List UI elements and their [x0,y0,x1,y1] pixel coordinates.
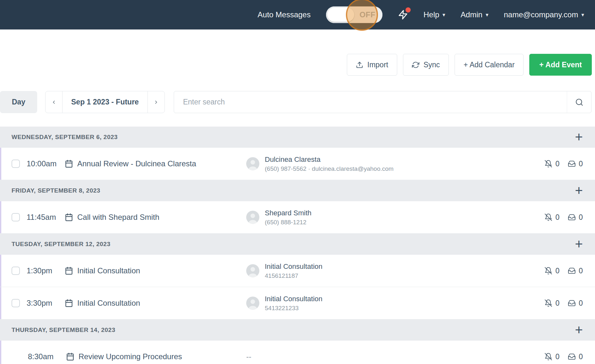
day-header: WEDNESDAY, SEPTEMBER 6, 2023 + [0,127,595,148]
auto-messages-label: Auto Messages [258,10,311,19]
prev-date-button[interactable] [46,91,62,113]
inbox-icon [568,353,576,361]
contact-name: Dulcinea Claresta [265,155,394,164]
notification-stat: 0 [544,267,559,275]
next-date-button[interactable] [148,91,164,113]
sync-label: Sync [423,61,440,69]
calendar-icon [66,352,74,361]
event-time: 10:00am [27,159,65,168]
event-title[interactable]: Annual Review - Dulcinea Claresta [77,159,196,168]
toggle-knob [327,8,354,22]
sync-icon [412,61,419,69]
notification-count: 0 [555,160,559,168]
add-event-plus-icon[interactable]: + [575,185,583,196]
add-event-plus-icon[interactable]: + [575,325,583,335]
filter-row: Day Sep 1 2023 - Future [0,91,595,113]
event-contact: -- [246,352,251,361]
calendar-toolbar: Import Sync + Add Calendar + Add Event [0,29,595,76]
event-row[interactable]: 11:45am Call with Shepard Smith Shepard … [0,201,595,234]
admin-menu[interactable]: Admin ▾ [461,10,489,19]
notification-stat: 0 [544,299,559,308]
topbar: Auto Messages OFF Help ▾ Admin ▾ name@co… [0,0,595,29]
chevron-down-icon: ▾ [442,12,445,18]
event-title[interactable]: Initial Consultation [77,266,140,275]
day-header-title: THURSDAY, SEPTEMBER 14, 2023 [12,327,115,334]
sync-button[interactable]: Sync [403,54,449,76]
day-section: WEDNESDAY, SEPTEMBER 6, 2023 + 10:00am A… [0,127,595,180]
notification-count: 0 [555,352,559,361]
message-stat: 0 [568,267,583,275]
bell-off-icon [544,213,552,221]
notification-stat: 0 [544,213,559,222]
add-event-plus-icon[interactable]: + [575,239,583,250]
day-section: THURSDAY, SEPTEMBER 14, 2023 + 8:30am Re… [0,319,595,364]
day-header-title: FRIDAY, SEPTEMBER 8, 2023 [12,187,100,194]
inbox-icon [568,299,576,307]
add-event-label: + Add Event [539,61,582,69]
notification-dot [406,7,411,12]
calendar-icon [65,267,73,275]
bell-off-icon [544,267,552,275]
message-count: 0 [579,267,583,275]
notification-stat: 0 [544,160,559,168]
avatar [246,211,259,224]
import-label: Import [367,61,388,69]
add-calendar-button[interactable]: + Add Calendar [455,54,524,76]
search-input[interactable] [174,91,567,113]
add-event-plus-icon[interactable]: + [575,132,583,143]
inbox-icon [568,267,576,275]
event-list: WEDNESDAY, SEPTEMBER 6, 2023 + 10:00am A… [0,127,595,364]
day-header-title: TUESDAY, SEPTEMBER 12, 2023 [12,241,110,248]
event-title[interactable]: Review Upcoming Procedures [79,352,182,361]
import-button[interactable]: Import [347,54,397,76]
event-row[interactable]: 1:30pm Initial Consultation Initial Cons… [0,255,595,287]
contact-detail: (650) 987-5562 · dulcinea.claresta@yahoo… [265,165,394,172]
message-stat: 0 [568,213,583,222]
message-count: 0 [579,352,583,361]
notification-count: 0 [555,267,559,275]
message-stat: 0 [568,160,583,168]
event-checkbox[interactable] [12,213,20,221]
calendar-icon [65,213,73,221]
message-count: 0 [579,299,583,308]
contact-name: Initial Consultation [265,295,323,303]
event-stats: 0 0 [544,267,583,275]
inbox-icon [568,213,576,221]
event-contact: Initial Consultation 5413221233 [246,295,323,312]
contact-name: Shepard Smith [265,209,312,217]
chevron-left-icon [51,100,56,105]
message-stat: 0 [568,352,583,361]
event-stats: 0 0 [544,299,583,308]
event-stats: 0 0 [544,213,583,222]
event-checkbox[interactable] [12,299,20,307]
account-menu[interactable]: name@company.com ▾ [504,10,584,19]
day-section: FRIDAY, SEPTEMBER 8, 2023 + 11:45am Call… [0,180,595,234]
event-time: 8:30am [28,352,66,361]
event-row[interactable]: 8:30am Review Upcoming Procedures -- 0 [0,341,595,364]
event-row[interactable]: 3:30pm Initial Consultation Initial Cons… [0,287,595,319]
view-day-button[interactable]: Day [0,91,37,113]
contact-detail: 4156121187 [265,272,323,279]
auto-messages-toggle[interactable]: OFF [326,6,382,23]
search-button[interactable] [567,91,591,113]
bell-off-icon [544,299,552,307]
event-checkbox[interactable] [12,267,20,275]
add-calendar-label: + Add Calendar [464,61,515,69]
day-header: THURSDAY, SEPTEMBER 14, 2023 + [0,319,595,341]
chevron-down-icon: ▾ [581,12,584,18]
upload-icon [356,61,363,69]
event-time: 1:30pm [27,266,65,275]
contact-placeholder: -- [246,352,251,361]
help-menu[interactable]: Help ▾ [423,10,445,19]
event-title[interactable]: Call with Shepard Smith [77,213,159,222]
event-checkbox[interactable] [12,160,20,168]
add-event-button[interactable]: + Add Event [529,54,592,76]
event-title[interactable]: Initial Consultation [77,299,140,308]
search-group [174,91,591,113]
day-header: TUESDAY, SEPTEMBER 12, 2023 + [0,234,595,255]
notifications-button[interactable] [398,10,408,20]
contact-detail: 5413221233 [265,305,323,312]
event-row[interactable]: 10:00am Annual Review - Dulcinea Clarest… [0,148,595,180]
contact-detail: (650) 888-1212 [265,219,312,226]
event-time: 3:30pm [27,299,65,308]
